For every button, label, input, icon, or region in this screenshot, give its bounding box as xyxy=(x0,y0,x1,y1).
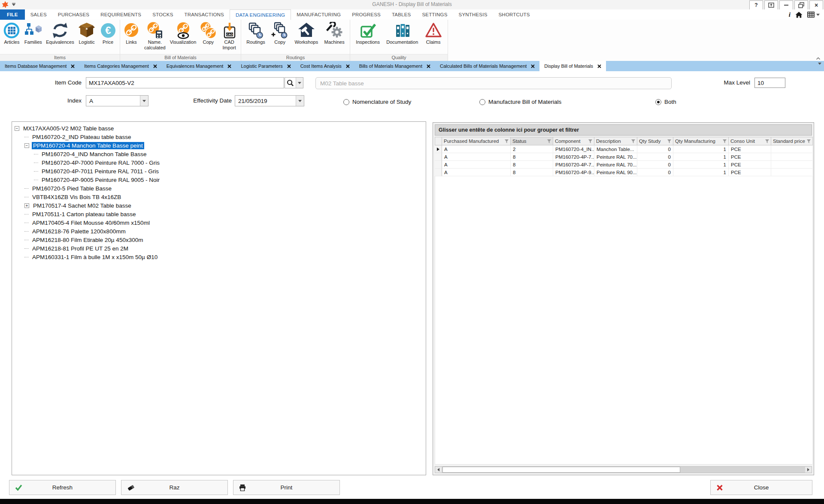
tree-item[interactable]: + PM170517-4 Sachet M02 Table basse xyxy=(12,201,426,210)
tab-items-database-management[interactable]: Items Database Management xyxy=(0,61,79,71)
menu-item-requirements[interactable]: REQUIREMENTS xyxy=(95,9,147,20)
close-tab-icon[interactable] xyxy=(71,64,75,68)
search-dropdown-icon[interactable] xyxy=(296,78,303,88)
radio-manufacture-bom[interactable]: Manufacture Bill of Materials xyxy=(479,99,561,105)
effectivity-date-picker[interactable]: 21/05/2019 xyxy=(235,95,304,106)
radio-nomenclature-of-study[interactable]: Nomenclature of Study xyxy=(343,99,411,105)
close-button[interactable]: Close xyxy=(710,480,812,495)
menu-item-synthesis[interactable]: SYNTHESIS xyxy=(453,9,493,20)
filter-funnel-icon[interactable] xyxy=(667,139,671,143)
tree-item[interactable]: APM16218-81 Profil PE UT 25 en 2M xyxy=(12,244,426,253)
table-row[interactable]: A 8 PM160720-4P-7... Peinture RAL 70... … xyxy=(435,161,813,169)
tree-item[interactable]: VBTB4X16ZB Vis Bois TB 4x16ZB xyxy=(12,193,426,201)
grid-horizontal-scrollbar[interactable] xyxy=(435,466,812,473)
tab-display-bill-of-materials[interactable]: Display Bill of Materials xyxy=(539,61,606,71)
refresh-button[interactable]: Refresh xyxy=(9,480,116,495)
close-tab-icon[interactable] xyxy=(153,64,157,68)
menu-item-file[interactable]: FILE xyxy=(0,9,25,20)
price-button[interactable]: € Price xyxy=(98,21,118,46)
name-calculated-button[interactable]: Name. calculated xyxy=(142,21,168,51)
collapse-ribbon-icon[interactable] xyxy=(816,57,821,60)
tree-item[interactable]: APM170405-4 Filet Mousse 40/60mm x150ml xyxy=(12,218,426,227)
machines-button[interactable]: Machines xyxy=(323,21,346,46)
filter-funnel-icon[interactable] xyxy=(588,139,592,143)
item-search-button[interactable] xyxy=(285,77,303,88)
filter-funnel-icon[interactable] xyxy=(723,139,727,143)
menu-item-data-engineering[interactable]: DATA ENGINEERING xyxy=(230,9,291,20)
menu-item-manufacturing[interactable]: MANUFACTURING xyxy=(291,9,346,20)
expand-collapse-icon[interactable]: − xyxy=(24,143,29,148)
scroll-left-icon[interactable] xyxy=(435,467,442,473)
grid-group-hint[interactable]: Glisser une entête de colonne ici pour g… xyxy=(435,124,812,136)
date-dropdown-icon[interactable] xyxy=(296,96,304,106)
column-header-conso-unit[interactable]: Conso Unit xyxy=(729,137,771,145)
tab-equivalences-management[interactable]: Equivalences Management xyxy=(162,61,236,71)
logistic-button[interactable]: Logistic xyxy=(76,21,97,46)
radio-both[interactable]: Both xyxy=(655,99,676,105)
close-tab-icon[interactable] xyxy=(287,64,291,68)
column-header-purchased-manufactured[interactable]: Purchased Manufactured xyxy=(442,137,511,145)
tree-item[interactable]: PM160720-4P-9005 Peinture RAL 9005 - Noi… xyxy=(12,175,426,184)
scroll-right-icon[interactable] xyxy=(805,467,812,473)
max-level-input[interactable] xyxy=(754,78,785,88)
tree-item[interactable]: PM160720-5 Pied Table Basse xyxy=(12,184,426,193)
expand-collapse-icon[interactable]: + xyxy=(24,203,29,208)
tree-item[interactable]: PM160720-2_IND Plateau table basse xyxy=(12,133,426,141)
scrollbar-thumb[interactable] xyxy=(442,467,680,473)
equivalences-button[interactable]: Equivalences xyxy=(44,21,76,46)
menu-item-sales[interactable]: SALES xyxy=(25,9,52,20)
column-header-qty-study[interactable]: Qty Study xyxy=(637,137,673,145)
menu-item-stocks[interactable]: STOCKS xyxy=(147,9,179,20)
item-code-input[interactable] xyxy=(86,77,284,88)
column-header-component[interactable]: Component xyxy=(553,137,594,145)
tree-item[interactable]: PM170511-1 Carton plateau table basse xyxy=(12,210,426,218)
table-tools-button[interactable] xyxy=(807,12,820,18)
tree-item[interactable]: APM16218-76 Palette 1200x800mm xyxy=(12,227,426,235)
cad-import-button[interactable]: CAO CAD Import xyxy=(218,21,240,51)
close-tab-icon[interactable] xyxy=(227,64,231,68)
column-header-standard-price[interactable]: Standard price xyxy=(771,137,813,145)
inspections-button[interactable]: Inspections xyxy=(354,21,382,46)
menu-item-settings[interactable]: SETTINGS xyxy=(416,9,453,20)
links-button[interactable]: Links xyxy=(121,21,142,46)
tree-item[interactable]: APM160331-1 Film à bulle 1M x x150m 50µ … xyxy=(12,253,426,261)
tab-bills-of-materials-management[interactable]: Bills of Materials Management xyxy=(354,61,435,71)
menu-item-purchases[interactable]: PURCHASES xyxy=(52,9,95,20)
tab-cost-items-analysis[interactable]: Cost Items Analysis xyxy=(296,61,354,71)
tab-items-categories-management[interactable]: Items Categories Management xyxy=(79,61,161,71)
customize-toolbar-icon[interactable] xyxy=(12,3,15,6)
copy-routings-button[interactable]: Copy xyxy=(270,21,290,46)
combo-dropdown-icon[interactable] xyxy=(140,96,148,106)
filter-funnel-icon[interactable] xyxy=(631,139,635,143)
expand-collapse-icon[interactable]: − xyxy=(15,126,19,131)
workshops-button[interactable]: Workshops xyxy=(293,21,320,46)
tree-item-selected[interactable]: − PPM160720-4 Manchon Table Basse peint xyxy=(12,141,426,150)
tree-item[interactable]: − MX17AXA005-V2 M02 Table basse xyxy=(12,124,426,133)
articles-button[interactable]: Articles xyxy=(1,21,22,46)
tab-calculated-bills-of-materials-management[interactable]: Calculated Bills of Materials Management xyxy=(435,61,539,71)
info-icon[interactable]: i xyxy=(789,11,791,18)
close-window-button[interactable]: × xyxy=(809,0,823,10)
visualization-button[interactable]: Visualization xyxy=(168,21,198,46)
index-combobox[interactable]: A xyxy=(86,95,148,106)
menu-item-shortcuts[interactable]: SHORTCUTS xyxy=(493,9,536,20)
filter-funnel-icon[interactable] xyxy=(505,139,509,143)
close-tab-icon[interactable] xyxy=(597,64,601,68)
tree-item[interactable]: PM160720-4P-7011 Peinture RAL 7011 - Gri… xyxy=(12,167,426,175)
minimize-button[interactable] xyxy=(779,0,793,10)
table-row[interactable]: A 2 PM160720-4_IN... Manchon Table... 0 … xyxy=(435,145,813,153)
help-button[interactable]: ? xyxy=(749,0,763,10)
home-icon[interactable] xyxy=(795,12,803,18)
table-row[interactable]: A 8 PM160720-4P-9... Peinture RAL 90... … xyxy=(435,169,813,176)
restore-button[interactable] xyxy=(794,0,808,10)
copy-bom-button[interactable]: Copy xyxy=(198,21,218,46)
close-tab-icon[interactable] xyxy=(346,64,350,68)
filter-funnel-icon[interactable] xyxy=(765,139,769,143)
documentation-button[interactable]: Documentation xyxy=(385,21,420,46)
tab-logistic-parameters[interactable]: Logistic Parameters xyxy=(236,61,295,71)
tree-item[interactable]: PM160720-4_IND Manchon Table Basse xyxy=(12,150,426,158)
routings-button[interactable]: Routings xyxy=(245,21,267,46)
menu-item-transactions[interactable]: TRANSACTIONS xyxy=(179,9,230,20)
filter-funnel-icon[interactable] xyxy=(807,139,811,143)
column-header-qty-manufacturing[interactable]: Qty Manufacturing xyxy=(673,137,729,145)
